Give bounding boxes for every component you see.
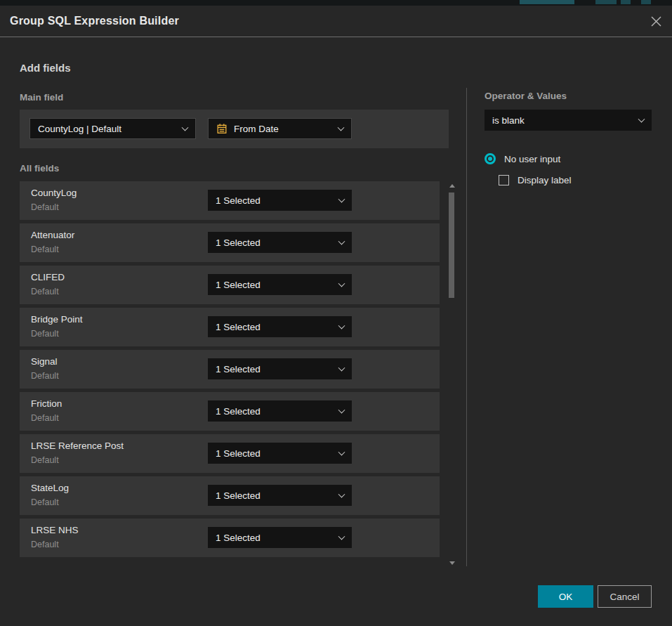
field-sublabel: Default: [31, 455, 59, 465]
field-name: StateLog: [31, 483, 69, 493]
panel-divider: [466, 88, 467, 566]
field-sublabel: Default: [31, 202, 59, 212]
background-app-strip: [0, 0, 672, 6]
cancel-button[interactable]: Cancel: [598, 585, 652, 608]
field-sublabel: Default: [31, 371, 59, 381]
background-toolbar-fragment: [595, 0, 617, 4]
field-name: CLIFED: [31, 272, 65, 282]
field-selection-value: 1 Selected: [216, 533, 261, 543]
field-row: LRSE Reference Post Default 1 Selected: [20, 434, 440, 473]
field-name: LRSE Reference Post: [31, 441, 124, 451]
field-selection-value: 1 Selected: [216, 490, 261, 501]
field-selection-dropdown[interactable]: 1 Selected: [208, 190, 352, 211]
field-selection-value: 1 Selected: [216, 195, 261, 206]
chevron-down-icon: [338, 449, 345, 456]
field-name: Bridge Point: [31, 314, 83, 325]
field-selection-value: 1 Selected: [216, 322, 261, 332]
field-row: CLIFED Default 1 Selected: [20, 266, 440, 304]
field-row: Signal Default 1 Selected: [20, 350, 440, 389]
field-selection-value: 1 Selected: [216, 364, 261, 374]
scroll-down-icon[interactable]: [449, 561, 455, 565]
all-fields-list: CountyLog Default 1 Selected Attenuator …: [20, 181, 440, 566]
chevron-down-icon: [638, 116, 645, 123]
field-sublabel: Default: [31, 497, 59, 507]
no-user-input-label: No user input: [504, 154, 560, 164]
operator-values-label: Operator & Values: [485, 91, 567, 101]
scrollbar-thumb[interactable]: [449, 193, 454, 298]
field-sublabel: Default: [31, 244, 59, 254]
field-row: LRSE NHS Default 1 Selected: [20, 519, 440, 557]
field-selection-dropdown[interactable]: 1 Selected: [208, 400, 352, 422]
field-selection-dropdown[interactable]: 1 Selected: [208, 443, 352, 464]
field-selection-value: 1 Selected: [216, 448, 261, 459]
chevron-down-icon: [338, 407, 345, 414]
field-selection-dropdown[interactable]: 1 Selected: [208, 274, 352, 295]
chevron-down-icon: [338, 196, 345, 203]
field-name: Friction: [31, 398, 62, 409]
operator-value: is blank: [492, 115, 525, 126]
calendar-icon: [216, 123, 228, 134]
group-sql-expression-builder-dialog: Group SQL Expression Builder Add fields …: [0, 6, 672, 626]
chevron-down-icon: [338, 491, 345, 498]
field-selection-value: 1 Selected: [216, 280, 261, 290]
layer-select-value: CountyLog | Default: [38, 124, 121, 134]
field-row: StateLog Default 1 Selected: [20, 476, 440, 515]
field-selection-value: 1 Selected: [216, 406, 261, 417]
chevron-down-icon: [338, 280, 345, 287]
chevron-down-icon: [338, 322, 345, 330]
chevron-down-icon: [338, 365, 345, 372]
chevron-down-icon: [182, 124, 189, 131]
field-selection-dropdown[interactable]: 1 Selected: [208, 316, 352, 337]
no-user-input-option[interactable]: No user input: [485, 153, 560, 164]
field-row: Friction Default 1 Selected: [20, 392, 440, 431]
field-sublabel: Default: [31, 287, 59, 296]
field-sublabel: Default: [31, 413, 59, 423]
fields-list-scrollbar[interactable]: [447, 181, 456, 566]
field-name: LRSE NHS: [31, 525, 79, 535]
all-fields-label: All fields: [20, 163, 59, 174]
field-row: Attenuator Default 1 Selected: [20, 223, 440, 262]
dialog-title: Group SQL Expression Builder: [10, 15, 179, 27]
chevron-down-icon: [338, 533, 345, 540]
field-name: Attenuator: [31, 230, 74, 240]
chevron-down-icon: [338, 238, 345, 245]
background-toolbar-fragment: [641, 0, 651, 4]
chevron-down-icon: [338, 124, 345, 131]
add-fields-heading: Add fields: [20, 62, 71, 74]
field-name: Signal: [31, 356, 58, 367]
display-label-label: Display label: [518, 175, 572, 185]
main-field-select-value: From Date: [234, 124, 279, 134]
close-icon: [650, 15, 662, 27]
operator-dropdown[interactable]: is blank: [485, 110, 652, 131]
field-selection-dropdown[interactable]: 1 Selected: [208, 358, 352, 379]
main-field-select-dropdown[interactable]: From Date: [208, 118, 352, 139]
ok-button[interactable]: OK: [538, 585, 593, 608]
main-field-label: Main field: [20, 92, 63, 103]
background-toolbar-fragment: [621, 0, 631, 4]
field-selection-dropdown[interactable]: 1 Selected: [208, 485, 352, 506]
background-toolbar-fragment: [520, 0, 574, 4]
field-selection-dropdown[interactable]: 1 Selected: [208, 527, 352, 548]
field-sublabel: Default: [31, 329, 59, 339]
main-field-box: CountyLog | Default From Date: [20, 110, 449, 148]
scroll-up-icon[interactable]: [449, 184, 455, 188]
display-label-option[interactable]: Display label: [499, 175, 572, 185]
radio-selected-icon[interactable]: [485, 153, 496, 164]
field-row: CountyLog Default 1 Selected: [20, 181, 440, 220]
field-sublabel: Default: [31, 540, 59, 549]
field-row: Bridge Point Default 1 Selected: [20, 308, 440, 346]
field-selection-value: 1 Selected: [216, 237, 261, 248]
field-selection-dropdown[interactable]: 1 Selected: [208, 232, 352, 253]
layer-select-dropdown[interactable]: CountyLog | Default: [29, 118, 196, 139]
checkbox-unchecked-icon[interactable]: [499, 175, 509, 185]
field-name: CountyLog: [31, 188, 77, 198]
close-button[interactable]: [649, 14, 663, 28]
dialog-titlebar: Group SQL Expression Builder: [0, 6, 672, 37]
